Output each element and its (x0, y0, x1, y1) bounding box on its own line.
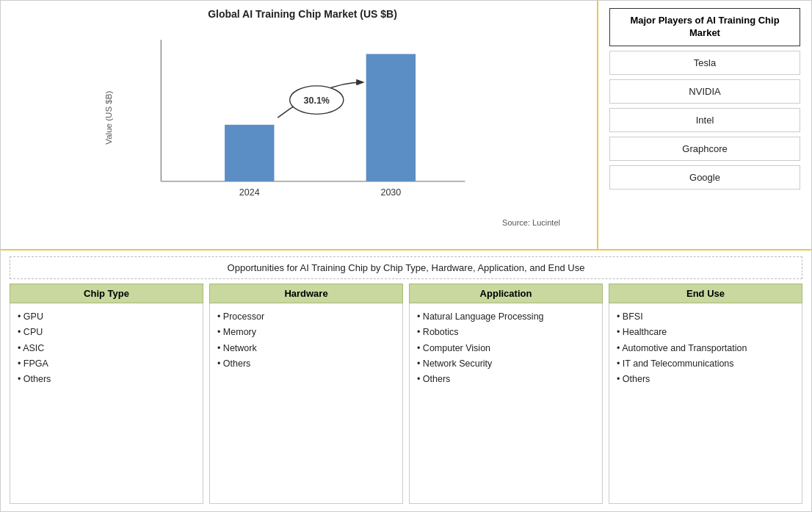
column-chip-type: Chip Type GPU CPU ASIC FPGA Others (10, 284, 203, 504)
end-use-it-telecom: IT and Telecommunications (617, 356, 794, 372)
column-body-end-use: BFSI Healthcare Automotive and Transport… (609, 303, 802, 504)
app-network-security: Network Security (417, 356, 595, 372)
bottom-section: Opportunities for AI Training Chip by Ch… (1, 250, 811, 511)
column-header-end-use: End Use (609, 284, 802, 303)
player-google: Google (609, 165, 800, 190)
player-intel: Intel (609, 108, 800, 132)
player-tesla: Tesla (609, 51, 800, 75)
columns-container: Chip Type GPU CPU ASIC FPGA Others Hardw… (10, 284, 802, 504)
hardware-others: Others (217, 356, 395, 372)
hardware-network: Network (217, 341, 395, 356)
player-nvidia: NVIDIA (609, 79, 800, 104)
column-header-hardware: Hardware (209, 284, 403, 303)
svg-text:2024: 2024 (239, 187, 260, 198)
major-players-panel: Major Players of AI Training Chip Market… (598, 1, 811, 249)
end-use-bfsi: BFSI (617, 309, 794, 325)
app-computer-vision: Computer Vision (417, 341, 595, 356)
end-use-automotive: Automotive and Transportation (617, 341, 794, 356)
svg-text:Value (US $B): Value (US $B) (104, 91, 113, 145)
chip-type-cpu: CPU (18, 325, 195, 340)
major-players-title: Major Players of AI Training Chip Market (609, 8, 800, 46)
chip-type-gpu: GPU (18, 309, 195, 325)
chip-type-fpga: FPGA (18, 356, 195, 372)
chip-type-asic: ASIC (18, 341, 195, 356)
column-body-application: Natural Language Processing Robotics Com… (409, 303, 603, 504)
column-end-use: End Use BFSI Healthcare Automotive and T… (609, 284, 802, 504)
chart-title: Global AI Training Chip Market (US $B) (23, 8, 582, 20)
column-body-chip-type: GPU CPU ASIC FPGA Others (10, 303, 203, 504)
player-graphcore: Graphcore (609, 137, 800, 161)
hardware-memory: Memory (217, 325, 395, 340)
opportunities-title: Opportunities for AI Training Chip by Ch… (10, 256, 802, 279)
top-section: Global AI Training Chip Market (US $B) V… (1, 1, 811, 250)
app-others: Others (417, 372, 595, 387)
column-application: Application Natural Language Processing … (409, 284, 603, 504)
app-nlp: Natural Language Processing (417, 309, 595, 325)
bar-2024 (225, 125, 274, 181)
chart-area: Global AI Training Chip Market (US $B) V… (1, 1, 598, 249)
chip-type-others: Others (18, 372, 195, 387)
chart-svg: Value (US $B) 2024 2030 (23, 26, 582, 217)
column-body-hardware: Processor Memory Network Others (209, 303, 403, 504)
end-use-healthcare: Healthcare (617, 325, 794, 340)
chart-wrapper: Value (US $B) 2024 2030 (23, 26, 582, 217)
svg-text:30.1%: 30.1% (304, 95, 330, 106)
column-header-chip-type: Chip Type (10, 284, 203, 303)
main-container: Global AI Training Chip Market (US $B) V… (0, 0, 812, 512)
app-robotics: Robotics (417, 325, 595, 340)
source-text: Source: Lucintel (23, 218, 582, 227)
end-use-others: Others (617, 372, 794, 387)
svg-text:2030: 2030 (380, 187, 401, 198)
bar-2030 (366, 54, 416, 181)
column-hardware: Hardware Processor Memory Network Others (209, 284, 403, 504)
hardware-processor: Processor (217, 309, 395, 325)
column-header-application: Application (409, 284, 603, 303)
